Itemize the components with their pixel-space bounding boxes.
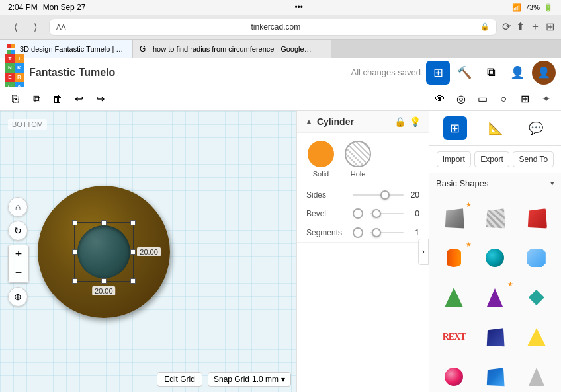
- shape-navy-box[interactable]: [476, 319, 514, 356]
- shape-text[interactable]: REXT: [435, 319, 473, 356]
- handle-tl[interactable]: [72, 220, 77, 225]
- layers-button[interactable]: ⧉: [479, 61, 503, 85]
- canvas-area[interactable]: BOTTOM 20.00: [0, 111, 296, 392]
- zoom-in-button[interactable]: +: [9, 245, 28, 264]
- point-tool[interactable]: ◎: [451, 89, 471, 109]
- star-tool[interactable]: ✦: [536, 89, 556, 109]
- circle-tool[interactable]: ○: [494, 89, 513, 109]
- tabs-icon[interactable]: ⊞: [546, 20, 554, 33]
- segments-row: Segments 1: [297, 223, 429, 243]
- address-bar[interactable]: AA tinkercad.com 🔒: [49, 19, 497, 36]
- handle-tm[interactable]: [101, 220, 107, 225]
- delete-button[interactable]: 🗑: [48, 89, 67, 109]
- brown-disc[interactable]: 20.00 20.00: [38, 186, 170, 318]
- canvas-label: BOTTOM: [8, 119, 47, 130]
- handle-bm[interactable]: [101, 278, 107, 284]
- eye-tool[interactable]: 👁: [430, 89, 450, 109]
- segments-label: Segments: [306, 228, 353, 237]
- forward-button[interactable]: ⟩: [26, 19, 44, 36]
- handle-tr[interactable]: [130, 220, 136, 225]
- chat-button[interactable]: 💬: [524, 116, 548, 140]
- snap-dropdown-icon[interactable]: ▾: [281, 375, 285, 384]
- tab-google[interactable]: G how to find radius from circumference …: [133, 40, 331, 58]
- grid-view-button[interactable]: ⊞: [426, 61, 450, 85]
- export-button[interactable]: Export: [474, 151, 509, 167]
- rect-tool[interactable]: ▭: [472, 89, 492, 109]
- home-view-button[interactable]: ⌂: [8, 197, 28, 217]
- info-panel-icon[interactable]: 💡: [410, 116, 421, 127]
- refresh-icon[interactable]: ⟳: [502, 20, 511, 33]
- tinkercad-favicon: [7, 44, 16, 54]
- align-tool[interactable]: ⊞: [515, 89, 535, 109]
- segments-slider[interactable]: [370, 232, 404, 233]
- sides-value: 20: [404, 190, 419, 200]
- inner-cylinder[interactable]: 20.00 20.00: [77, 225, 130, 278]
- date: Mon Sep 27: [43, 3, 86, 12]
- tabs-bar: 3D design Fantastic Tumelo | Tinkercad G…: [0, 40, 561, 58]
- 3d-object-container[interactable]: 20.00 20.00: [38, 186, 170, 318]
- bevel-slider[interactable]: [370, 213, 404, 214]
- shape-green-cone[interactable]: [435, 279, 473, 316]
- toolbar-right: ⊞ 🔨 ⧉ 👤 👤: [426, 61, 556, 85]
- shape-yellow-cone[interactable]: [517, 319, 556, 356]
- sendto-button[interactable]: Send To: [513, 151, 554, 167]
- zoom-out-button[interactable]: −: [9, 264, 28, 282]
- back-button[interactable]: ⟨: [7, 19, 24, 36]
- solid-option[interactable]: Solid: [308, 141, 334, 178]
- shapes-dropdown[interactable]: ▾: [550, 179, 554, 188]
- bevel-thumb[interactable]: [372, 209, 381, 218]
- battery: 73%: [525, 3, 540, 11]
- hole-option[interactable]: Hole: [345, 141, 371, 178]
- right-panel: ⊞ 📐 💬 Import Export Send To Basic Shapes…: [429, 111, 561, 392]
- app-name: Fantastic Tumelo: [29, 67, 115, 79]
- shape-wavy[interactable]: [517, 239, 556, 276]
- dim-right: 20.00: [137, 247, 161, 256]
- sides-thumb[interactable]: [380, 190, 390, 200]
- panel-expand-button[interactable]: ›: [418, 239, 429, 265]
- handle-br[interactable]: [130, 278, 136, 284]
- shape-red-box[interactable]: [517, 200, 556, 237]
- bevel-toggle[interactable]: [353, 208, 363, 219]
- redo-button[interactable]: ↪: [90, 89, 110, 109]
- ruler-button[interactable]: 📐: [484, 116, 507, 140]
- segments-toggle[interactable]: [353, 227, 363, 238]
- shape-teal[interactable]: [517, 279, 556, 316]
- shape-silver-cone[interactable]: [517, 358, 556, 392]
- shapes-view-button[interactable]: ⊞: [443, 116, 467, 140]
- bevel-row: Bevel 0: [297, 204, 429, 223]
- duplicate-button[interactable]: ⧉: [26, 89, 46, 109]
- zoom-box: + −: [8, 245, 29, 283]
- hole-circle: [345, 141, 371, 167]
- shape-magenta[interactable]: [435, 358, 473, 392]
- segments-thumb[interactable]: [372, 228, 381, 237]
- shape-cube[interactable]: ★: [435, 200, 473, 237]
- selection-box[interactable]: 20.00 20.00: [74, 222, 134, 282]
- sides-label: Sides: [306, 190, 353, 200]
- shape-purple-cone[interactable]: ★: [476, 279, 514, 316]
- hammer-button[interactable]: 🔨: [453, 61, 476, 85]
- edit-grid-button[interactable]: Edit Grid: [157, 372, 202, 387]
- avatar-button[interactable]: 👤: [532, 61, 556, 85]
- lock-panel-icon[interactable]: 🔒: [394, 116, 406, 127]
- import-button[interactable]: Import: [437, 151, 471, 167]
- battery-icon: 🔋: [544, 3, 553, 12]
- handle-mr[interactable]: [130, 249, 136, 255]
- add-tab-icon[interactable]: ＋: [530, 20, 540, 34]
- rotate-view-button[interactable]: ↻: [8, 221, 28, 241]
- sides-slider[interactable]: [353, 194, 404, 196]
- share-icon[interactable]: ⬆: [516, 20, 525, 33]
- grid-button[interactable]: ⊕: [8, 287, 28, 307]
- collapse-button[interactable]: ▲: [305, 117, 313, 126]
- user-button[interactable]: 👤: [505, 61, 529, 85]
- shape-striped-cube[interactable]: [476, 200, 514, 237]
- copy-button[interactable]: ⎘: [5, 89, 25, 109]
- handle-bl[interactable]: [72, 278, 77, 284]
- handle-ml[interactable]: [72, 249, 77, 255]
- undo-button[interactable]: ↩: [69, 89, 89, 109]
- canvas-controls: ⌂ ↻ + − ⊕: [8, 197, 29, 307]
- browser-bar: ⟨ ⟩ AA tinkercad.com 🔒 ⟳ ⬆ ＋ ⊞: [0, 15, 561, 40]
- time: 2:04 PM: [8, 3, 38, 12]
- shape-sphere[interactable]: [476, 239, 514, 276]
- shape-cylinder[interactable]: ★: [435, 239, 473, 276]
- shape-blue-box[interactable]: [476, 358, 514, 392]
